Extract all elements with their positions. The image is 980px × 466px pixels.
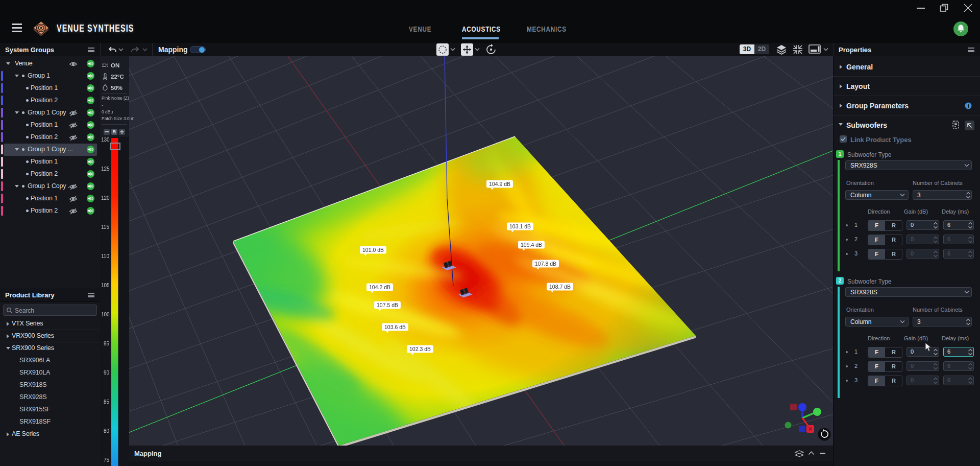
svg-text:104.9 dB: 104.9 dB bbox=[489, 181, 510, 187]
svg-text:103.6 dB: 103.6 dB bbox=[384, 324, 406, 330]
svg-text:108.7 dB: 108.7 dB bbox=[549, 284, 571, 290]
svg-text:107.5 dB: 107.5 dB bbox=[377, 302, 398, 308]
svg-text:109.4 dB: 109.4 dB bbox=[521, 242, 542, 248]
svg-text:107.8 dB: 107.8 dB bbox=[535, 261, 556, 267]
svg-text:101.0 dB: 101.0 dB bbox=[362, 247, 384, 253]
svg-text:104.2 dB: 104.2 dB bbox=[369, 284, 390, 290]
svg-text:102.3 dB: 102.3 dB bbox=[409, 346, 431, 352]
svg-text:103.1 dB: 103.1 dB bbox=[509, 223, 531, 229]
